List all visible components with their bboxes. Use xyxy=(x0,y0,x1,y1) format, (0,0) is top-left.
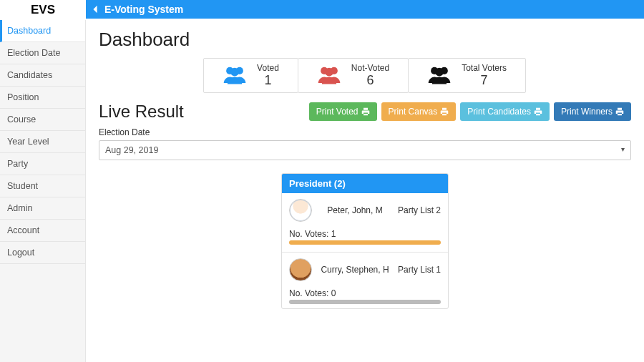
topbar-title: E-Voting System xyxy=(104,4,183,15)
print-icon xyxy=(615,107,624,116)
print-candidates-button[interactable]: Print Candidates xyxy=(460,102,550,121)
button-label: Print Voted xyxy=(316,107,358,117)
svg-point-8 xyxy=(435,68,444,77)
topbar: E-Voting System xyxy=(86,0,644,19)
live-row: Live Result Print Voted Print Canvas Pri… xyxy=(99,102,631,122)
users-icon xyxy=(223,64,247,87)
election-date-select[interactable]: Aug 29, 2019 xyxy=(99,140,631,160)
stat-not-voted-label: Not-Voted xyxy=(351,63,389,73)
sidebar-item-election-date[interactable]: Election Date xyxy=(0,42,85,64)
sidebar: Dashboard Election Date Candidates Posit… xyxy=(0,20,86,362)
sidebar-item-logout[interactable]: Logout xyxy=(0,242,85,264)
candidate-party: Party List 2 xyxy=(398,205,441,215)
stat-not-voted: Not-Voted 6 xyxy=(298,58,409,93)
election-date-value: Aug 29, 2019 xyxy=(105,145,158,155)
button-label: Print Winners xyxy=(561,107,613,117)
button-label: Print Canvas xyxy=(389,107,438,117)
print-canvas-button[interactable]: Print Canvas xyxy=(381,102,457,121)
candidate-votes-bar xyxy=(289,240,441,245)
election-date-label: Election Date xyxy=(99,127,631,137)
brand-logo: EVS xyxy=(0,0,86,20)
print-winners-button[interactable]: Print Winners xyxy=(554,102,631,121)
candidate-votes-label: No. Votes: 1 xyxy=(289,229,441,239)
live-result-title: Live Result xyxy=(99,102,184,122)
candidate-votes-label: No. Votes: 0 xyxy=(289,288,441,298)
stat-voted-value: 1 xyxy=(257,73,279,88)
sidebar-item-account[interactable]: Account xyxy=(0,220,85,242)
candidate-party: Party List 1 xyxy=(398,265,441,275)
sidebar-item-year-level[interactable]: Year Level xyxy=(0,131,85,153)
avatar xyxy=(289,258,312,281)
sidebar-item-course[interactable]: Course xyxy=(0,109,85,131)
stat-not-voted-value: 6 xyxy=(351,73,389,88)
button-label: Print Candidates xyxy=(467,107,531,117)
stat-voted-label: Voted xyxy=(257,63,279,73)
svg-point-2 xyxy=(230,68,239,77)
candidate-row: Curry, Stephen, H Party List 1 No. Votes… xyxy=(282,253,448,308)
users-icon xyxy=(427,64,452,87)
sidebar-item-candidates[interactable]: Candidates xyxy=(0,64,85,87)
print-voted-button[interactable]: Print Voted xyxy=(309,102,377,121)
sidebar-item-dashboard[interactable]: Dashboard xyxy=(0,20,85,42)
avatar xyxy=(289,199,312,222)
main: Dashboard Voted 1 Not-Voted 6 xyxy=(86,19,644,362)
position-card-heading: President (2) xyxy=(282,174,448,193)
print-icon xyxy=(440,107,449,116)
candidate-votes-bar xyxy=(289,300,441,304)
stat-total-voters-value: 7 xyxy=(462,73,507,88)
sidebar-item-position[interactable]: Position xyxy=(0,87,85,109)
users-icon xyxy=(317,64,341,87)
stats-row: Voted 1 Not-Voted 6 Total Voters 7 xyxy=(99,58,631,93)
sidebar-item-party[interactable]: Party xyxy=(0,153,85,175)
candidate-name: Peter, John, M xyxy=(319,205,391,215)
page-title: Dashboard xyxy=(99,29,631,51)
sidebar-item-student[interactable]: Student xyxy=(0,175,85,197)
svg-point-5 xyxy=(325,68,333,77)
candidate-name: Curry, Stephen, H xyxy=(319,265,391,275)
candidate-row: Peter, John, M Party List 2 No. Votes: 1 xyxy=(282,193,448,249)
print-icon xyxy=(534,107,542,116)
stat-total-voters: Total Voters 7 xyxy=(408,58,526,93)
position-card: President (2) Peter, John, M Party List … xyxy=(281,173,449,309)
print-icon xyxy=(361,107,370,116)
stat-voted: Voted 1 xyxy=(203,58,298,93)
back-icon[interactable] xyxy=(90,4,100,14)
print-buttons: Print Voted Print Canvas Print Candidate… xyxy=(309,102,631,121)
stat-total-voters-label: Total Voters xyxy=(462,63,507,73)
sidebar-item-admin[interactable]: Admin xyxy=(0,197,85,220)
